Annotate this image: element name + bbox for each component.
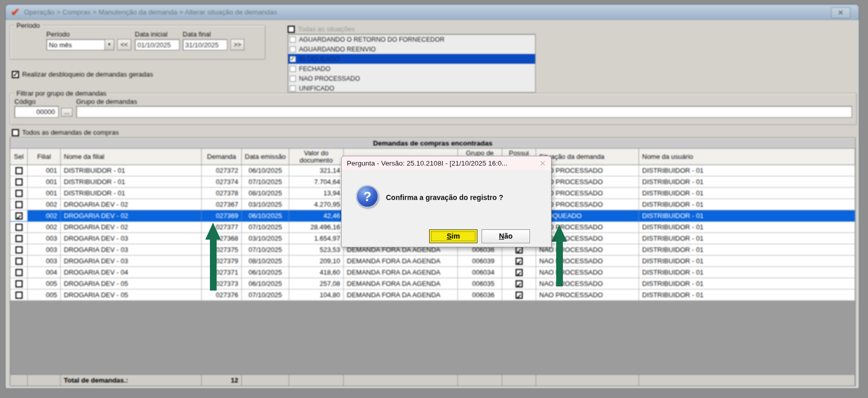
col-situacao[interactable]: Situação da demanda bbox=[536, 149, 639, 165]
possui-checkbox[interactable] bbox=[516, 292, 523, 299]
checkbox-icon[interactable] bbox=[290, 66, 296, 72]
grupo-demandas-label: Grupo de demandas bbox=[76, 98, 137, 105]
table-row[interactable]: 005DROGARIA DEV - 0502737306/10/2025257,… bbox=[10, 278, 855, 290]
dialog-message: Confirma a gravação do registro ? bbox=[386, 193, 503, 202]
grid-footer-row: Total de demandas.: 12 bbox=[10, 374, 855, 386]
col-nome-filial[interactable]: Nome da filial bbox=[61, 149, 202, 165]
situacao-list-item[interactable]: AGUARDANDO O RETORNO DO FORNECEDOR bbox=[288, 34, 535, 44]
situacao-list-item[interactable]: UNIFICADO bbox=[288, 83, 535, 93]
situacao-list-item[interactable]: AGUARDANDO REENVIO bbox=[288, 44, 535, 54]
checkbox-icon[interactable] bbox=[288, 26, 295, 33]
periodo-select[interactable]: No mês ▼ bbox=[46, 39, 114, 50]
desbloqueio-label: Realizar desbloqueio de demandas geradas bbox=[22, 70, 153, 78]
question-icon: ? bbox=[356, 185, 379, 208]
window-close-button[interactable]: ✕ bbox=[831, 7, 851, 19]
row-select-checkbox[interactable] bbox=[15, 212, 23, 220]
sim-button[interactable]: Sim bbox=[429, 229, 477, 243]
table-row[interactable]: 005DROGARIA DEV - 0502737607/10/2025104,… bbox=[10, 290, 855, 301]
situacao-label: NAO PROCESSADO bbox=[299, 75, 360, 82]
row-select-checkbox[interactable] bbox=[15, 178, 23, 186]
dialog-close-icon[interactable]: ✕ bbox=[539, 159, 546, 168]
checkbox-icon[interactable] bbox=[290, 85, 296, 92]
checkbox-icon[interactable] bbox=[290, 76, 296, 82]
checkbox-icon[interactable] bbox=[12, 129, 19, 136]
codigo-input[interactable]: 00000 bbox=[14, 106, 59, 118]
grupo-demandas-input[interactable] bbox=[76, 106, 852, 118]
nao-button[interactable]: Não bbox=[482, 229, 530, 243]
data-inicial-input[interactable]: 01/10/2025 bbox=[135, 39, 180, 50]
col-demanda[interactable]: Demanda bbox=[202, 149, 242, 165]
filtro-grupo-label: Filtrar por grupo de demandas bbox=[14, 89, 109, 97]
dialog-titlebar: Pergunta - Versão: 25.10.2108I - [21/10/… bbox=[342, 156, 551, 170]
row-select-checkbox[interactable] bbox=[15, 280, 23, 287]
codigo-label: Código bbox=[14, 98, 36, 105]
checkbox-icon[interactable] bbox=[290, 37, 296, 43]
todas-situacoes-label: Todas as situações bbox=[298, 25, 355, 33]
col-sel[interactable]: Sel bbox=[10, 149, 28, 165]
row-select-checkbox[interactable] bbox=[15, 201, 23, 208]
situacao-label: AGUARDANDO REENVIO bbox=[299, 46, 376, 53]
browse-grupo-button[interactable]: ... bbox=[61, 108, 73, 117]
row-select-checkbox[interactable] bbox=[15, 190, 23, 197]
situacao-label: UNIFICADO bbox=[299, 85, 334, 92]
col-usuario[interactable]: Nome da usuário bbox=[639, 149, 855, 165]
previous-period-button[interactable]: << bbox=[117, 39, 131, 50]
combo-arrow-icon[interactable]: ▼ bbox=[104, 40, 114, 50]
possui-checkbox[interactable] bbox=[516, 269, 523, 276]
annotation-arrow-left bbox=[205, 223, 221, 291]
grid-empty-area bbox=[10, 301, 855, 374]
total-demandas-label: Total de demandas.: bbox=[61, 375, 202, 386]
situacao-list-item[interactable]: FECHADO bbox=[288, 64, 535, 74]
dialog-title: Pergunta - Versão: 25.10.2108I - [21/10/… bbox=[347, 159, 507, 167]
todos-demandas-checkbox[interactable]: Todos as demandas de compras bbox=[12, 129, 119, 136]
periodo-groupbox: Período Período No mês ▼ << Data inicial… bbox=[10, 25, 265, 60]
row-select-checkbox[interactable] bbox=[15, 224, 23, 231]
app-logo-icon: ✔ bbox=[11, 6, 20, 19]
desbloqueio-checkbox[interactable]: Realizar desbloqueio de demandas geradas bbox=[12, 70, 153, 78]
todos-demandas-label: Todos as demandas de compras bbox=[22, 129, 119, 136]
grid-title: Demandas de compras encontradas bbox=[10, 138, 855, 149]
window-titlebar: ✔ Operação > Compras > Manutenção da dem… bbox=[6, 5, 859, 20]
situacao-list-item[interactable]: NAO PROCESSADO bbox=[288, 74, 535, 83]
periodo-group-label: Período bbox=[14, 22, 42, 29]
col-filial[interactable]: Filial bbox=[28, 149, 61, 165]
table-row[interactable]: 003DROGARIA DEV - 0302737908/10/2025209,… bbox=[10, 256, 855, 267]
checkbox-icon[interactable] bbox=[12, 71, 19, 78]
situacoes-listbox[interactable]: AGUARDANDO O RETORNO DO FORNECEDORAGUARD… bbox=[288, 34, 536, 93]
situacao-label: BLOQUEADO bbox=[299, 56, 340, 63]
row-select-checkbox[interactable] bbox=[15, 235, 23, 242]
pergunta-dialog: Pergunta - Versão: 25.10.2108I - [21/10/… bbox=[341, 156, 552, 247]
row-select-checkbox[interactable] bbox=[15, 269, 23, 276]
possui-checkbox[interactable] bbox=[516, 280, 523, 287]
todas-situacoes-checkbox[interactable]: Todas as situações bbox=[288, 25, 355, 33]
periodo-field-label: Período bbox=[46, 30, 70, 38]
filtro-grupo-groupbox: Filtrar por grupo de demandas Código 000… bbox=[10, 93, 857, 125]
breadcrumb: Operação > Compras > Manutenção da deman… bbox=[24, 8, 277, 16]
data-final-label: Data final bbox=[183, 30, 211, 38]
checkbox-icon[interactable] bbox=[290, 46, 296, 52]
col-valor-documento[interactable]: Valor do documento bbox=[289, 149, 344, 165]
row-select-checkbox[interactable] bbox=[15, 292, 23, 299]
possui-checkbox[interactable] bbox=[516, 258, 523, 265]
annotation-arrow-right bbox=[552, 225, 567, 286]
col-data-emissao[interactable]: Data emissão bbox=[242, 149, 289, 165]
row-select-checkbox[interactable] bbox=[15, 167, 23, 174]
situacao-label: FECHADO bbox=[299, 65, 330, 73]
row-select-checkbox[interactable] bbox=[15, 258, 23, 265]
data-final-input[interactable]: 31/10/2025 bbox=[183, 39, 227, 50]
table-row[interactable]: 004DROGARIA DEV - 0402737106/10/2025418,… bbox=[10, 267, 855, 278]
row-select-checkbox[interactable] bbox=[15, 246, 23, 254]
data-inicial-label: Data inicial bbox=[135, 30, 168, 38]
situacao-label: AGUARDANDO O RETORNO DO FORNECEDOR bbox=[299, 36, 445, 43]
next-period-button[interactable]: >> bbox=[231, 39, 244, 50]
situacao-list-item[interactable]: BLOQUEADO bbox=[288, 54, 535, 64]
total-demandas-value: 12 bbox=[202, 375, 242, 386]
checkbox-icon[interactable] bbox=[290, 56, 296, 62]
